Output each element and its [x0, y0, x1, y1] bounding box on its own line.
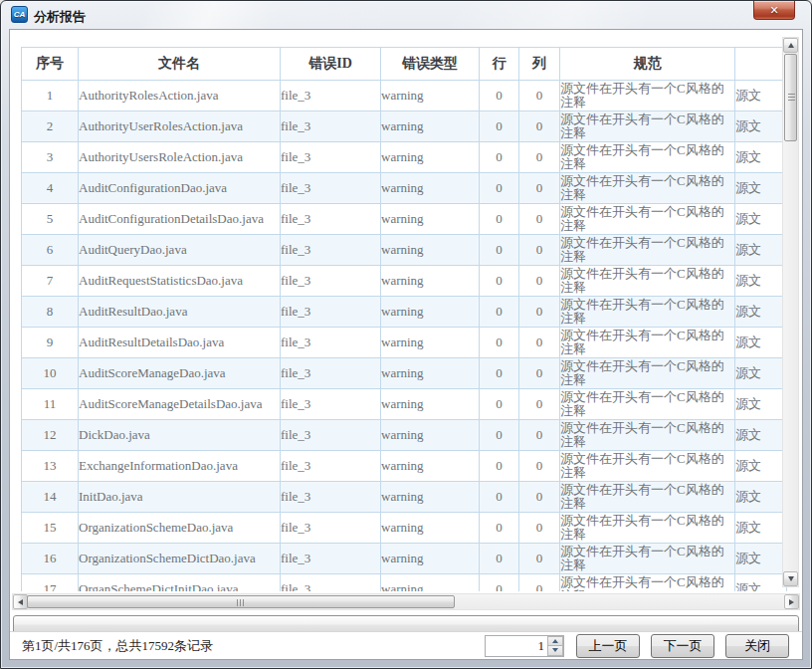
thumb-grip-icon — [788, 94, 795, 102]
table-cell: warning — [381, 173, 480, 204]
table-cell: 源文 — [735, 451, 787, 482]
table-cell: 源文 — [735, 574, 787, 592]
table-row[interactable]: 5AuditConfigurationDetailsDao.javafile_3… — [22, 204, 787, 235]
spinner-up-button[interactable] — [547, 636, 563, 647]
table-cell: AuditResultDetailsDao.java — [79, 328, 281, 358]
column-header-5: 列 — [519, 48, 560, 81]
table-cell: 0 — [480, 389, 519, 420]
table-cell: 0 — [480, 297, 519, 328]
table-cell: 源文件在开头有一个C风格的注释 — [560, 173, 735, 204]
report-table: 序号文件名错误ID错误类型行列规范 1AuthorityRolesAction.… — [21, 47, 787, 591]
table-row[interactable]: 7AuditRequestStatisticsDao.javafile_3war… — [22, 266, 787, 297]
table-row[interactable]: 1AuthorityRolesAction.javafile_3warning0… — [22, 81, 787, 112]
table-cell: 0 — [519, 297, 560, 328]
table-row[interactable]: 13ExchangeInformationDao.javafile_3warni… — [22, 451, 787, 482]
close-button[interactable]: 关闭 — [725, 634, 789, 658]
table-cell: file_3 — [281, 235, 381, 266]
vertical-scroll-thumb[interactable] — [784, 54, 797, 141]
table-cell: warning — [381, 544, 480, 574]
table-row[interactable]: 12DickDao.javafile_3warning00源文件在开头有一个C风… — [22, 420, 787, 451]
scroll-up-button[interactable] — [783, 38, 798, 53]
table-row[interactable]: 2AuthorityUserRolesAction.javafile_3warn… — [22, 112, 787, 142]
scroll-left-button[interactable] — [13, 594, 28, 609]
arrow-right-icon — [789, 599, 794, 605]
table-cell: file_3 — [281, 142, 381, 173]
report-table-viewport: 序号文件名错误ID错误类型行列规范 1AuthorityRolesAction.… — [21, 47, 787, 591]
prev-page-button[interactable]: 上一页 — [576, 634, 640, 658]
content-panel: 序号文件名错误ID错误类型行列规范 1AuthorityRolesAction.… — [9, 29, 803, 660]
table-cell: AuditQueryDao.java — [79, 235, 281, 266]
table-cell: 0 — [480, 266, 519, 297]
table-cell: 0 — [519, 235, 560, 266]
table-cell: file_3 — [281, 266, 381, 297]
table-cell: AuditConfigurationDetailsDao.java — [79, 204, 281, 235]
table-cell: 0 — [519, 451, 560, 482]
table-cell: warning — [381, 235, 480, 266]
table-row[interactable]: 11AuditScoreManageDetailsDao.javafile_3w… — [22, 389, 787, 420]
page-status-text: 第1页/共176页，总共17592条记录 — [22, 637, 213, 655]
table-cell: 0 — [519, 513, 560, 544]
thumb-grip-icon — [237, 599, 245, 606]
table-cell: 源文 — [735, 235, 787, 266]
table-cell: 源文件在开头有一个C风格的注释 — [560, 574, 735, 592]
table-cell: 0 — [480, 81, 519, 112]
table-row[interactable]: 3AuthorityUsersRoleAction.javafile_3warn… — [22, 142, 787, 173]
app-logo-icon: CA — [11, 6, 28, 23]
page-number-input[interactable] — [486, 636, 547, 656]
table-cell: 0 — [519, 574, 560, 592]
table-cell: 0 — [519, 266, 560, 297]
table-cell: 源文件在开头有一个C风格的注释 — [560, 389, 735, 420]
table-cell: file_3 — [281, 574, 381, 592]
table-row[interactable]: 4AuditConfigurationDao.javafile_3warning… — [22, 173, 787, 204]
table-cell: InitDao.java — [79, 482, 281, 513]
table-cell: 源文件在开头有一个C风格的注释 — [560, 482, 735, 513]
table-body: 1AuthorityRolesAction.javafile_3warning0… — [22, 81, 787, 592]
title-bar[interactable]: CA 分析报告 — [1, 1, 811, 29]
table-cell: 0 — [519, 112, 560, 142]
scroll-right-button[interactable] — [784, 594, 799, 609]
next-page-button[interactable]: 下一页 — [651, 634, 714, 658]
table-cell: 源文 — [735, 142, 787, 173]
table-cell: 0 — [480, 482, 519, 513]
table-row[interactable]: 10AuditScoreManageDao.javafile_3warning0… — [22, 358, 787, 389]
table-cell: 源文 — [735, 389, 787, 420]
table-cell: 0 — [519, 358, 560, 389]
table-cell: 源文 — [735, 328, 787, 358]
column-header-7 — [735, 48, 787, 81]
table-cell: 0 — [519, 420, 560, 451]
scroll-down-button[interactable] — [783, 571, 798, 586]
table-cell: DickDao.java — [79, 420, 281, 451]
table-row[interactable]: 6AuditQueryDao.javafile_3warning00源文件在开头… — [22, 235, 787, 266]
status-bar: 第1页/共176页，总共17592条记录 上一页 下一页 关闭 — [10, 631, 802, 659]
table-cell: file_3 — [281, 204, 381, 235]
table-cell: warning — [381, 328, 480, 358]
window-close-button[interactable]: ✕ — [753, 1, 795, 20]
table-row[interactable]: 17OrganSchemeDictInitDao.javafile_3warni… — [22, 574, 787, 592]
horizontal-scrollbar[interactable] — [12, 593, 800, 610]
horizontal-scroll-thumb[interactable] — [27, 595, 455, 608]
table-cell: file_3 — [281, 544, 381, 574]
table-row[interactable]: 16OrganizationSchemeDictDao.javafile_3wa… — [22, 544, 787, 574]
table-cell: 17 — [22, 574, 79, 592]
table-row[interactable]: 8AuditResultDao.javafile_3warning00源文件在开… — [22, 297, 787, 328]
arrow-up-icon — [552, 639, 558, 643]
page-number-spinner[interactable] — [485, 635, 564, 657]
table-cell: 15 — [22, 513, 79, 544]
table-cell: file_3 — [281, 173, 381, 204]
table-row[interactable]: 14InitDao.javafile_3warning00源文件在开头有一个C风… — [22, 482, 787, 513]
table-cell: 0 — [480, 420, 519, 451]
table-cell: file_3 — [281, 513, 381, 544]
table-cell: 0 — [519, 482, 560, 513]
table-cell: file_3 — [281, 112, 381, 142]
table-cell: 12 — [22, 420, 79, 451]
table-cell: 0 — [519, 328, 560, 358]
arrow-up-icon — [788, 43, 794, 48]
spinner-down-button[interactable] — [547, 646, 563, 656]
table-cell: file_3 — [281, 358, 381, 389]
table-cell: 0 — [480, 204, 519, 235]
table-cell: 16 — [22, 544, 79, 574]
vertical-scrollbar[interactable] — [782, 37, 799, 587]
table-row[interactable]: 15OrganizationSchemeDao.javafile_3warnin… — [22, 513, 787, 544]
table-cell: warning — [381, 142, 480, 173]
table-row[interactable]: 9AuditResultDetailsDao.javafile_3warning… — [22, 328, 787, 358]
